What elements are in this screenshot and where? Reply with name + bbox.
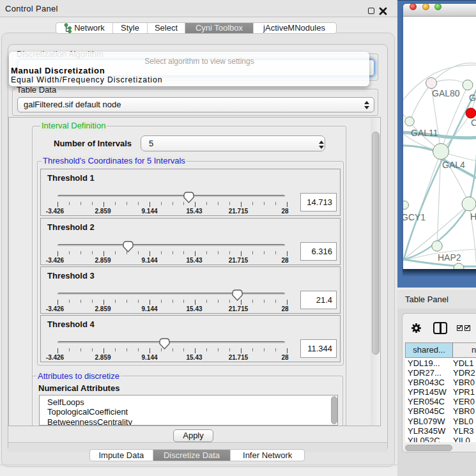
svg-text:C: C [471, 118, 476, 128]
svg-text:G.: G. [469, 93, 476, 103]
svg-text:GCY1: GCY1 [403, 212, 426, 222]
svg-text:GAL4: GAL4 [442, 160, 465, 170]
svg-text:HAP2: HAP2 [438, 252, 461, 263]
svg-text:H: H [470, 211, 476, 222]
svg-text:GAL80: GAL80 [432, 88, 460, 98]
svg-text:GAL11: GAL11 [411, 128, 438, 138]
